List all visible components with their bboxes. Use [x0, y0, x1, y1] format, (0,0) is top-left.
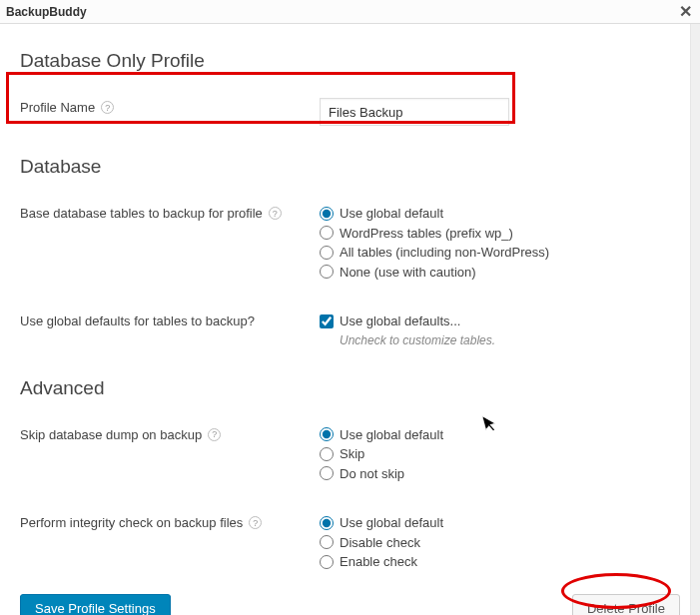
radio-label: Do not skip: [340, 464, 404, 484]
modal-title: BackupBuddy: [6, 5, 87, 19]
help-icon[interactable]: ?: [249, 516, 262, 529]
label-global-defaults: Use global defaults for tables to backup…: [20, 311, 320, 328]
radio-skip-global[interactable]: Use global default: [320, 425, 680, 445]
save-button[interactable]: Save Profile Settings: [20, 594, 171, 616]
radio-input[interactable]: [320, 246, 334, 260]
modal-dialog: BackupBuddy ✕ Database Only Profile Prof…: [0, 0, 700, 615]
close-icon[interactable]: ✕: [679, 4, 692, 20]
radio-input[interactable]: [320, 535, 334, 549]
label-base-tables-text: Base database tables to backup for profi…: [20, 206, 263, 221]
control-skip-dump: Use global default Skip Do not skip: [320, 425, 680, 484]
radio-base-all[interactable]: All tables (including non-WordPress): [320, 243, 680, 263]
label-integrity: Perform integrity check on backup files …: [20, 513, 320, 530]
control-integrity: Use global default Disable check Enable …: [320, 513, 680, 572]
radio-base-none[interactable]: None (use with caution): [320, 263, 680, 283]
radio-label: Use global default: [340, 425, 443, 445]
hint-global-defaults: Uncheck to customize tables.: [340, 333, 680, 347]
control-base-tables: Use global default WordPress tables (pre…: [320, 204, 680, 282]
radio-label: None (use with caution): [340, 263, 476, 283]
radio-label: Disable check: [340, 533, 420, 553]
radio-input[interactable]: [320, 555, 334, 569]
radio-skip-yes[interactable]: Skip: [320, 444, 680, 464]
radio-label: Enable check: [340, 552, 417, 572]
radio-input[interactable]: [320, 265, 334, 279]
checkbox-label: Use global defaults...: [340, 311, 460, 331]
radio-input[interactable]: [320, 226, 334, 240]
radio-label: Skip: [340, 444, 364, 464]
radio-label: WordPress tables (prefix wp_): [340, 224, 513, 244]
radio-input[interactable]: [320, 516, 334, 530]
help-icon[interactable]: ?: [269, 207, 282, 220]
radio-input[interactable]: [320, 427, 334, 441]
help-icon[interactable]: ?: [208, 428, 221, 441]
row-skip-dump: Skip database dump on backup ? Use globa…: [20, 425, 680, 484]
label-skip-dump: Skip database dump on backup ?: [20, 425, 320, 442]
scrollbar[interactable]: [690, 24, 700, 615]
titlebar: BackupBuddy ✕: [0, 0, 700, 24]
section-heading-advanced: Advanced: [20, 377, 680, 399]
radio-label: Use global default: [340, 513, 443, 533]
section-heading-profile: Database Only Profile: [20, 50, 680, 72]
checkbox-global-defaults[interactable]: Use global defaults...: [320, 311, 680, 331]
label-profile-name: Profile Name ?: [20, 98, 320, 115]
radio-integrity-disable[interactable]: Disable check: [320, 533, 680, 553]
control-global-defaults: Use global defaults... Uncheck to custom…: [320, 311, 680, 347]
control-profile-name: [320, 98, 680, 126]
delete-button[interactable]: Delete Profile: [572, 594, 680, 616]
row-base-tables: Base database tables to backup for profi…: [20, 204, 680, 282]
profile-name-input[interactable]: [320, 98, 509, 126]
label-skip-dump-text: Skip database dump on backup: [20, 427, 202, 442]
label-integrity-text: Perform integrity check on backup files: [20, 515, 243, 530]
radio-base-global[interactable]: Use global default: [320, 204, 680, 224]
label-base-tables: Base database tables to backup for profi…: [20, 204, 320, 221]
section-heading-database: Database: [20, 156, 680, 178]
checkbox-input[interactable]: [320, 314, 334, 328]
row-profile-name: Profile Name ?: [20, 98, 680, 126]
row-integrity: Perform integrity check on backup files …: [20, 513, 680, 572]
label-profile-name-text: Profile Name: [20, 100, 95, 115]
radio-base-wp[interactable]: WordPress tables (prefix wp_): [320, 224, 680, 244]
radio-label: Use global default: [340, 204, 443, 224]
radio-input[interactable]: [320, 447, 334, 461]
row-global-defaults: Use global defaults for tables to backup…: [20, 311, 680, 347]
help-icon[interactable]: ?: [101, 101, 114, 114]
modal-content: Database Only Profile Profile Name ? Dat…: [0, 24, 700, 615]
radio-label: All tables (including non-WordPress): [340, 243, 549, 263]
label-global-defaults-text: Use global defaults for tables to backup…: [20, 313, 255, 328]
radio-input[interactable]: [320, 207, 334, 221]
radio-input[interactable]: [320, 466, 334, 480]
radio-integrity-enable[interactable]: Enable check: [320, 552, 680, 572]
footer: Save Profile Settings Delete Profile: [20, 594, 680, 616]
radio-integrity-global[interactable]: Use global default: [320, 513, 680, 533]
radio-skip-no[interactable]: Do not skip: [320, 464, 680, 484]
